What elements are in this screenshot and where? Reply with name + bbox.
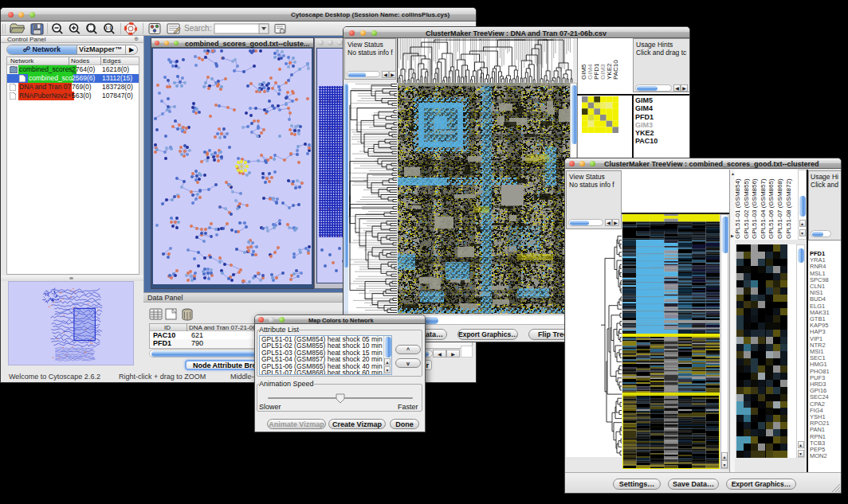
svg-text:GPL51-04 (GSM857): GPL51-04 (GSM857) [760, 178, 767, 239]
svg-text:GPL51-06 (GSM865): GPL51-06 (GSM865) [768, 178, 775, 239]
svg-text:PAC10: PAC10 [612, 60, 619, 80]
svg-text:GPL51-01 (GSM854): GPL51-01 (GSM854) [735, 178, 741, 239]
svg-text:GPL51-02 (GSM855): GPL51-02 (GSM855) [743, 178, 750, 239]
svg-text:Search:: Search: [184, 24, 211, 33]
svg-text:GPL51-07 (GSM868): GPL51-07 (GSM868) [776, 178, 783, 239]
svg-text:1:1: 1:1 [105, 25, 112, 30]
svg-text:GPL51-03 (GSM856): GPL51-03 (GSM856) [751, 178, 758, 239]
svg-text:GPL51-08 (GSM872): GPL51-08 (GSM872) [785, 178, 792, 239]
